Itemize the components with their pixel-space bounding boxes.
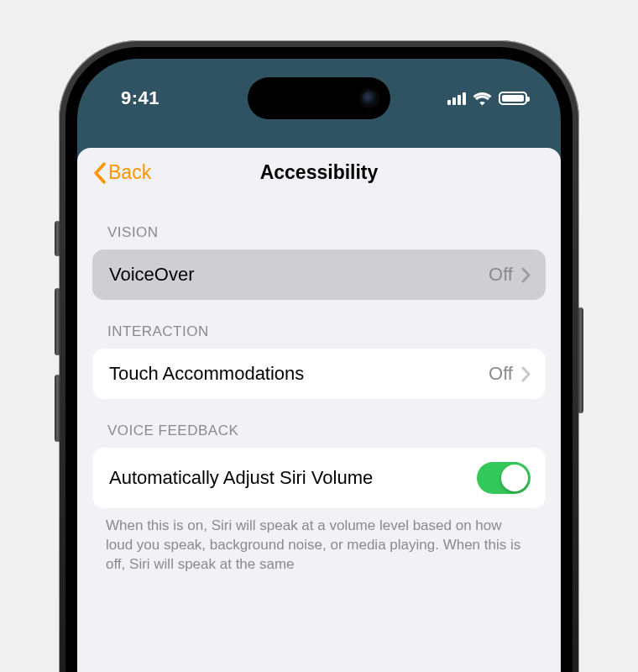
dynamic-island [248, 77, 390, 119]
back-label: Back [108, 161, 151, 184]
touch-accommodations-label: Touch Accommodations [109, 363, 304, 385]
voiceover-label: VoiceOver [109, 264, 195, 286]
voiceover-cell[interactable]: VoiceOver Off [92, 249, 546, 300]
status-time: 9:41 [121, 87, 160, 109]
power-button [578, 307, 583, 413]
section-header-interaction: INTERACTION [77, 300, 561, 349]
auto-siri-volume-cell: Automatically Adjust Siri Volume [92, 448, 546, 508]
volume-down-button [55, 375, 60, 442]
auto-siri-volume-toggle[interactable] [477, 462, 531, 494]
wifi-icon [473, 92, 492, 106]
chevron-right-icon [521, 267, 531, 283]
touch-accommodations-cell[interactable]: Touch Accommodations Off [92, 349, 546, 399]
voice-feedback-footer: When this is on, Siri will speak at a vo… [77, 508, 561, 575]
touch-accommodations-value: Off [489, 363, 513, 385]
chevron-left-icon [92, 162, 107, 184]
cellular-signal-icon [447, 92, 466, 105]
silent-switch [55, 221, 60, 256]
auto-siri-volume-label: Automatically Adjust Siri Volume [109, 467, 373, 489]
chevron-right-icon [521, 366, 531, 382]
phone-frame: 9:41 [59, 40, 579, 672]
voiceover-value: Off [489, 264, 513, 286]
navigation-bar: Back Accessibility [77, 148, 561, 199]
volume-up-button [55, 288, 60, 355]
section-header-vision: VISION [77, 199, 561, 249]
front-camera-icon [362, 91, 377, 106]
content-area: Back Accessibility VISION VoiceOver Off [77, 148, 561, 672]
battery-icon [499, 92, 527, 105]
screen: 9:41 [77, 59, 561, 672]
section-header-voice-feedback: VOICE FEEDBACK [77, 399, 561, 448]
back-button[interactable]: Back [92, 161, 151, 184]
